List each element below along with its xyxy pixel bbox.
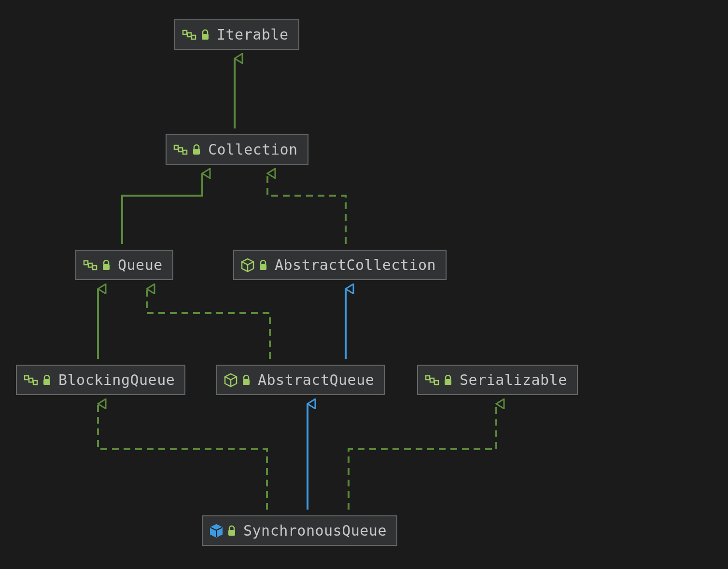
node-label: Serializable [460,370,567,389]
node-synchronousqueue[interactable]: SynchronousQueue [202,515,397,546]
svg-rect-13 [25,376,28,380]
class-icon [241,258,254,272]
svg-rect-2 [192,35,196,39]
class-selected-icon [210,524,223,538]
node-label: Collection [208,140,298,159]
edge-syncqueue-to-blockingqueue [98,404,267,510]
svg-rect-8 [84,261,88,265]
svg-rect-22 [228,530,235,536]
svg-rect-3 [202,34,209,40]
node-blockingqueue[interactable]: BlockingQueue [16,365,185,395]
diagram-canvas: Iterable Collection Queue [0,0,728,569]
node-label: BlockingQueue [58,370,175,389]
node-collection[interactable]: Collection [166,134,308,165]
svg-rect-20 [434,381,438,384]
svg-rect-6 [183,150,187,154]
node-label: Iterable [217,25,289,44]
lock-icon [443,374,453,386]
svg-rect-7 [193,149,200,155]
class-icon [224,373,238,387]
svg-rect-1 [187,33,191,37]
svg-rect-11 [103,264,110,270]
svg-rect-5 [179,148,182,152]
svg-rect-21 [445,379,451,385]
node-label: AbstractCollection [275,256,436,274]
lock-icon [192,144,201,156]
svg-rect-9 [88,263,92,267]
interface-icon [83,259,98,271]
lock-icon [241,374,251,386]
svg-rect-16 [43,379,50,385]
node-label: SynchronousQueue [243,521,387,540]
node-iterable[interactable]: Iterable [174,19,299,50]
svg-rect-0 [183,30,187,34]
node-queue[interactable]: Queue [75,250,173,280]
svg-rect-19 [430,378,434,382]
svg-rect-4 [174,145,178,149]
lock-icon [227,525,237,537]
edges-layer [0,0,728,569]
svg-rect-18 [426,376,430,380]
lock-icon [258,259,268,271]
edge-queue-to-collection [122,173,202,244]
interface-icon [182,28,196,41]
edge-abstractqueue-to-queue [147,289,270,359]
node-serializable[interactable]: Serializable [417,365,578,395]
lock-icon [42,374,52,386]
svg-rect-14 [29,378,33,382]
interface-icon [24,374,38,386]
svg-rect-10 [93,266,97,270]
svg-rect-12 [260,264,266,270]
edge-abstractcollection-to-collection [267,173,346,244]
interface-icon [425,374,439,386]
node-label: AbstractQueue [258,370,374,389]
lock-icon [101,259,111,271]
svg-rect-17 [243,379,250,385]
svg-rect-15 [33,381,37,384]
node-abstractcollection[interactable]: AbstractCollection [233,250,447,280]
edge-syncqueue-to-serializable [349,404,496,510]
interface-icon [173,143,188,156]
node-label: Queue [118,256,163,274]
node-abstractqueue[interactable]: AbstractQueue [216,365,385,395]
lock-icon [200,29,210,41]
